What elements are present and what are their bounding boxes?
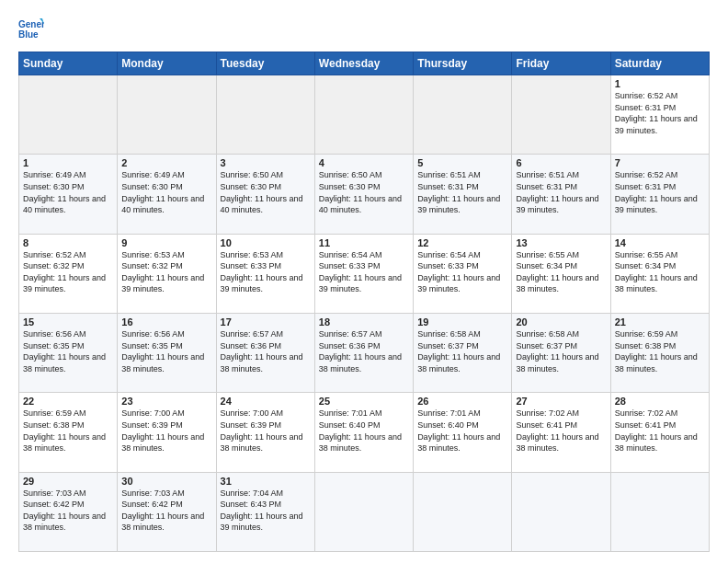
calendar-cell: 24 Sunrise: 7:00 AMSunset: 6:39 PMDaylig… xyxy=(216,393,314,472)
day-number: 6 xyxy=(516,157,606,168)
day-number: 29 xyxy=(23,476,113,487)
calendar-cell: 10 Sunrise: 6:53 AMSunset: 6:33 PMDaylig… xyxy=(216,234,314,313)
day-info: Sunrise: 6:51 AMSunset: 6:31 PMDaylight:… xyxy=(516,170,598,214)
calendar-cell: 21 Sunrise: 6:59 AMSunset: 6:38 PMDaylig… xyxy=(610,313,709,392)
day-info: Sunrise: 6:50 AMSunset: 6:30 PMDaylight:… xyxy=(319,170,402,214)
day-number: 23 xyxy=(121,396,211,407)
col-header-thursday: Thursday xyxy=(414,52,512,75)
calendar-cell xyxy=(118,75,216,155)
calendar-cell: 1 Sunrise: 6:52 AMSunset: 6:31 PMDayligh… xyxy=(610,75,709,155)
day-number: 11 xyxy=(319,237,409,248)
calendar-cell xyxy=(512,75,610,155)
calendar-cell: 20 Sunrise: 6:58 AMSunset: 6:37 PMDaylig… xyxy=(512,313,610,392)
calendar-cell xyxy=(314,472,413,551)
day-number: 24 xyxy=(221,396,311,407)
day-number: 20 xyxy=(516,316,606,327)
calendar-table: SundayMondayTuesdayWednesdayThursdayFrid… xyxy=(18,52,710,552)
calendar-cell xyxy=(512,472,610,551)
calendar-cell: 19 Sunrise: 6:58 AMSunset: 6:37 PMDaylig… xyxy=(414,313,512,392)
calendar-cell: 17 Sunrise: 6:57 AMSunset: 6:36 PMDaylig… xyxy=(216,313,314,392)
week-row-5: 29 Sunrise: 7:03 AMSunset: 6:42 PMDaylig… xyxy=(19,472,710,551)
day-info: Sunrise: 6:57 AMSunset: 6:36 PMDaylight:… xyxy=(319,329,402,373)
day-info: Sunrise: 6:49 AMSunset: 6:30 PMDaylight:… xyxy=(23,170,106,214)
day-number: 17 xyxy=(221,316,311,327)
calendar-cell: 6 Sunrise: 6:51 AMSunset: 6:31 PMDayligh… xyxy=(512,155,610,234)
day-number: 2 xyxy=(121,157,211,168)
day-info: Sunrise: 7:01 AMSunset: 6:40 PMDaylight:… xyxy=(417,408,500,453)
week-row-1: 1 Sunrise: 6:49 AMSunset: 6:30 PMDayligh… xyxy=(19,155,710,234)
day-info: Sunrise: 7:02 AMSunset: 6:41 PMDaylight:… xyxy=(516,408,598,453)
col-header-wednesday: Wednesday xyxy=(314,52,413,75)
day-info: Sunrise: 6:55 AMSunset: 6:34 PMDaylight:… xyxy=(516,250,598,294)
day-number: 8 xyxy=(23,237,113,248)
calendar-cell: 13 Sunrise: 6:55 AMSunset: 6:34 PMDaylig… xyxy=(512,234,610,313)
calendar-cell: 31 Sunrise: 7:04 AMSunset: 6:43 PMDaylig… xyxy=(216,472,314,551)
calendar-cell: 28 Sunrise: 7:02 AMSunset: 6:41 PMDaylig… xyxy=(610,393,709,472)
calendar-cell: 5 Sunrise: 6:51 AMSunset: 6:31 PMDayligh… xyxy=(414,155,512,234)
day-number: 13 xyxy=(516,237,606,248)
day-number: 9 xyxy=(121,237,211,248)
day-number: 18 xyxy=(319,316,409,327)
day-number: 28 xyxy=(615,396,705,407)
day-number: 21 xyxy=(615,316,705,327)
day-number: 3 xyxy=(221,157,311,168)
day-info: Sunrise: 7:00 AMSunset: 6:39 PMDaylight:… xyxy=(121,408,204,453)
day-number: 12 xyxy=(417,237,507,248)
day-info: Sunrise: 6:53 AMSunset: 6:32 PMDaylight:… xyxy=(121,250,204,294)
col-header-monday: Monday xyxy=(118,52,216,75)
calendar-cell: 12 Sunrise: 6:54 AMSunset: 6:33 PMDaylig… xyxy=(414,234,512,313)
day-number: 25 xyxy=(319,396,409,407)
week-row-3: 15 Sunrise: 6:56 AMSunset: 6:35 PMDaylig… xyxy=(19,313,710,392)
svg-text:Blue: Blue xyxy=(18,29,39,40)
day-number: 4 xyxy=(319,157,409,168)
day-info: Sunrise: 6:52 AMSunset: 6:31 PMDaylight:… xyxy=(615,170,698,214)
calendar-cell: 2 Sunrise: 6:49 AMSunset: 6:30 PMDayligh… xyxy=(118,155,216,234)
calendar-header-row: SundayMondayTuesdayWednesdayThursdayFrid… xyxy=(19,52,710,75)
day-info: Sunrise: 6:58 AMSunset: 6:37 PMDaylight:… xyxy=(516,329,598,373)
day-number: 14 xyxy=(615,237,705,248)
day-info: Sunrise: 6:54 AMSunset: 6:33 PMDaylight:… xyxy=(319,250,402,294)
calendar-cell: 27 Sunrise: 7:02 AMSunset: 6:41 PMDaylig… xyxy=(512,393,610,472)
calendar-cell xyxy=(314,75,413,155)
day-info: Sunrise: 6:50 AMSunset: 6:30 PMDaylight:… xyxy=(221,170,303,214)
calendar-cell xyxy=(414,472,512,551)
day-info: Sunrise: 6:53 AMSunset: 6:33 PMDaylight:… xyxy=(221,250,303,294)
calendar-cell: 1 Sunrise: 6:49 AMSunset: 6:30 PMDayligh… xyxy=(19,155,118,234)
col-header-tuesday: Tuesday xyxy=(216,52,314,75)
week-row-4: 22 Sunrise: 6:59 AMSunset: 6:38 PMDaylig… xyxy=(19,393,710,472)
day-info: Sunrise: 6:52 AMSunset: 6:31 PMDaylight:… xyxy=(615,91,698,135)
calendar-cell: 26 Sunrise: 7:01 AMSunset: 6:40 PMDaylig… xyxy=(414,393,512,472)
day-number: 7 xyxy=(615,157,705,168)
day-number: 30 xyxy=(121,476,211,487)
day-info: Sunrise: 6:57 AMSunset: 6:36 PMDaylight:… xyxy=(221,329,303,373)
calendar-cell xyxy=(610,472,709,551)
day-number: 15 xyxy=(23,316,113,327)
day-info: Sunrise: 6:59 AMSunset: 6:38 PMDaylight:… xyxy=(615,329,698,373)
calendar-cell: 3 Sunrise: 6:50 AMSunset: 6:30 PMDayligh… xyxy=(216,155,314,234)
day-info: Sunrise: 7:04 AMSunset: 6:43 PMDaylight:… xyxy=(221,488,303,533)
calendar-cell: 18 Sunrise: 6:57 AMSunset: 6:36 PMDaylig… xyxy=(314,313,413,392)
day-info: Sunrise: 7:00 AMSunset: 6:39 PMDaylight:… xyxy=(221,408,303,453)
calendar-cell: 15 Sunrise: 6:56 AMSunset: 6:35 PMDaylig… xyxy=(19,313,118,392)
day-number: 31 xyxy=(221,476,311,487)
calendar-cell xyxy=(414,75,512,155)
day-number: 26 xyxy=(417,396,507,407)
day-number: 10 xyxy=(221,237,311,248)
page: General Blue SundayMondayTuesdayWednesda… xyxy=(0,0,728,563)
day-number: 1 xyxy=(615,78,705,89)
day-info: Sunrise: 6:58 AMSunset: 6:37 PMDaylight:… xyxy=(417,329,500,373)
header: General Blue xyxy=(18,17,710,42)
day-info: Sunrise: 6:56 AMSunset: 6:35 PMDaylight:… xyxy=(23,329,106,373)
day-info: Sunrise: 6:55 AMSunset: 6:34 PMDaylight:… xyxy=(615,250,698,294)
day-info: Sunrise: 7:01 AMSunset: 6:40 PMDaylight:… xyxy=(319,408,402,453)
calendar-cell: 22 Sunrise: 6:59 AMSunset: 6:38 PMDaylig… xyxy=(19,393,118,472)
day-info: Sunrise: 7:02 AMSunset: 6:41 PMDaylight:… xyxy=(615,408,698,453)
week-row-2: 8 Sunrise: 6:52 AMSunset: 6:32 PMDayligh… xyxy=(19,234,710,313)
day-number: 16 xyxy=(121,316,211,327)
day-info: Sunrise: 6:51 AMSunset: 6:31 PMDaylight:… xyxy=(417,170,500,214)
calendar-cell: 16 Sunrise: 6:56 AMSunset: 6:35 PMDaylig… xyxy=(118,313,216,392)
week-row-0: 1 Sunrise: 6:52 AMSunset: 6:31 PMDayligh… xyxy=(19,75,710,155)
calendar-cell: 30 Sunrise: 7:03 AMSunset: 6:42 PMDaylig… xyxy=(118,472,216,551)
svg-text:General: General xyxy=(18,19,44,29)
day-number: 1 xyxy=(23,157,113,168)
